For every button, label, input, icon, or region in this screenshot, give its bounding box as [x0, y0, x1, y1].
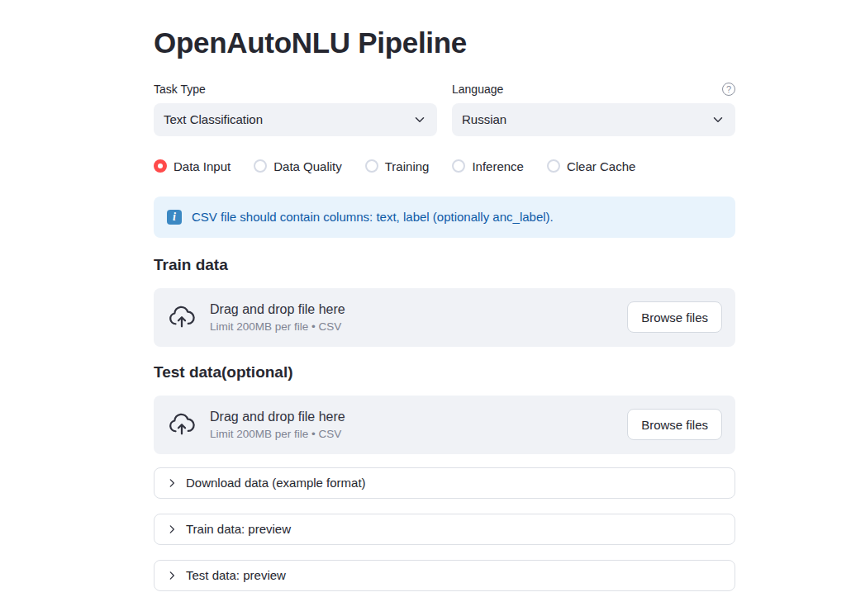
task-type-value: Text Classification: [164, 112, 263, 126]
expander-label: Train data: preview: [186, 522, 291, 536]
chevron-down-icon: [711, 112, 725, 127]
help-icon[interactable]: ?: [722, 83, 735, 96]
chevron-down-icon: [412, 112, 427, 127]
expander-train-data-preview[interactable]: Train data: preview: [154, 514, 735, 545]
radio-unselected-icon: [254, 159, 267, 173]
task-type-selectbox[interactable]: Text Classification: [154, 103, 437, 136]
select-widgets-row: Task Type Text Classification Language R…: [154, 83, 735, 136]
chevron-right-icon: [166, 524, 178, 535]
radio-unselected-icon: [365, 159, 378, 173]
train-data-uploader-dropzone[interactable]: Drag and drop file here Limit 200MB per …: [154, 288, 735, 347]
test-data-uploader-dropzone[interactable]: Drag and drop file here Limit 200MB per …: [154, 396, 735, 454]
upload-cloud-icon: [167, 302, 197, 332]
upload-cloud-icon: [167, 410, 197, 439]
expander-download-data[interactable]: Download data (example format): [154, 467, 735, 499]
drag-drop-text: Drag and drop file here: [210, 302, 345, 317]
file-limit-text: Limit 200MB per file • CSV: [210, 428, 345, 440]
expander-label: Test data: preview: [186, 568, 286, 582]
info-icon: i: [167, 210, 182, 225]
app-root: OpenAutoNLU Pipeline Task Type Text Clas…: [0, 0, 851, 616]
drag-drop-text: Drag and drop file here: [210, 410, 345, 424]
expander-test-data-preview[interactable]: Test data: preview: [154, 560, 735, 591]
radio-training[interactable]: Training: [365, 159, 430, 173]
chevron-right-icon: [166, 570, 178, 581]
radio-data-input[interactable]: Data Input: [154, 159, 231, 173]
radio-inference[interactable]: Inference: [452, 159, 524, 173]
radio-unselected-icon: [452, 159, 465, 173]
radio-label: Data Input: [174, 159, 231, 173]
radio-label: Training: [385, 159, 430, 173]
radio-label: Data Quality: [273, 159, 342, 173]
uploader-texts: Drag and drop file here Limit 200MB per …: [210, 410, 345, 440]
chevron-right-icon: [166, 477, 178, 489]
task-type-widget: Task Type Text Classification: [154, 83, 437, 136]
test-data-heading: Test data(optional): [154, 364, 735, 380]
uploader-texts: Drag and drop file here Limit 200MB per …: [210, 302, 345, 333]
radio-data-quality[interactable]: Data Quality: [254, 159, 342, 173]
train-data-heading: Train data: [154, 257, 735, 272]
radio-selected-icon: [154, 159, 167, 173]
main-content: OpenAutoNLU Pipeline Task Type Text Clas…: [154, 0, 735, 591]
radio-clear-cache[interactable]: Clear Cache: [547, 159, 635, 173]
radio-label: Inference: [472, 159, 524, 173]
pipeline-step-radio-group: Data Input Data Quality Training Inferen…: [154, 159, 735, 173]
radio-label: Clear Cache: [567, 159, 635, 173]
language-widget: Language Russian: [452, 83, 735, 136]
expander-label: Download data (example format): [186, 476, 366, 490]
browse-files-button[interactable]: Browse files: [627, 301, 722, 333]
info-alert-text: CSV file should contain columns: text, l…: [192, 210, 554, 224]
info-alert: i CSV file should contain columns: text,…: [154, 197, 735, 238]
language-label: Language: [452, 83, 735, 97]
page-title: OpenAutoNLU Pipeline: [154, 27, 735, 59]
file-limit-text: Limit 200MB per file • CSV: [210, 320, 345, 333]
task-type-label: Task Type: [154, 83, 437, 97]
browse-files-button[interactable]: Browse files: [627, 409, 722, 440]
language-value: Russian: [462, 112, 506, 126]
language-selectbox[interactable]: Russian: [452, 103, 735, 136]
radio-unselected-icon: [547, 159, 560, 173]
